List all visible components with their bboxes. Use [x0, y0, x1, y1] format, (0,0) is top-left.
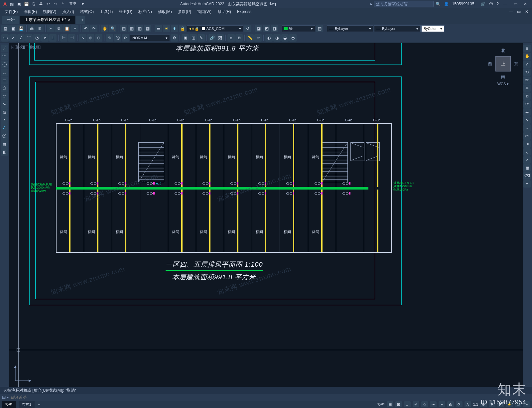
- block-insert-icon[interactable]: ▣: [182, 34, 189, 42]
- dim-ordinate-icon[interactable]: ⊥: [49, 34, 57, 42]
- layer-bulb-icon[interactable]: ☀: [163, 25, 170, 32]
- menu-draw[interactable]: 绘图(D): [116, 8, 135, 15]
- ortho-icon[interactable]: ∟: [404, 401, 411, 407]
- command-line[interactable]: ▤ ▸: [0, 394, 532, 401]
- explode-icon[interactable]: ✶: [523, 180, 531, 188]
- minimize-button[interactable]: —: [502, 1, 509, 7]
- cart-icon[interactable]: 🛒: [481, 2, 486, 6]
- table-icon[interactable]: ▦: [1, 140, 8, 148]
- tb-open-icon[interactable]: ▣: [9, 25, 17, 32]
- undo-icon[interactable]: ↶: [45, 1, 51, 7]
- pan2-icon[interactable]: ✋: [523, 53, 531, 60]
- otrack-icon[interactable]: ⇢: [430, 401, 437, 407]
- pline-icon[interactable]: 〰: [1, 53, 8, 60]
- group-icon[interactable]: ⧈: [227, 34, 235, 42]
- dim-baseline-icon[interactable]: ⊢: [60, 34, 67, 42]
- point-icon[interactable]: •: [1, 116, 8, 124]
- menu-insert[interactable]: 插入(I): [60, 8, 76, 15]
- lwt-icon[interactable]: ≡: [439, 401, 445, 407]
- layer-color-combo[interactable]: 绿 ▾: [282, 25, 315, 32]
- zoomext-icon[interactable]: ⤢: [523, 61, 531, 68]
- menu-dim[interactable]: 标注(N): [136, 8, 155, 15]
- menu-view[interactable]: 视图(V): [40, 8, 59, 15]
- viewcube[interactable]: 北 西 上 东 南 WCS ▾: [488, 48, 518, 84]
- rect-icon[interactable]: ▭: [1, 76, 8, 84]
- menu-modify[interactable]: 修改(M): [155, 8, 175, 15]
- copy2-icon[interactable]: ⧉: [523, 92, 531, 100]
- tb-print-icon[interactable]: 🖶: [28, 25, 36, 32]
- viewcube-top[interactable]: 上: [495, 56, 511, 71]
- layer-manager-icon[interactable]: ☰: [155, 25, 162, 32]
- mirror-icon[interactable]: ⇋: [523, 108, 531, 116]
- dim-arc-icon[interactable]: ⌒: [25, 34, 33, 42]
- view-icon[interactable]: ◒: [281, 34, 289, 42]
- showhide-icon[interactable]: 👁: [523, 76, 531, 84]
- tb-zoom-icon[interactable]: 🔍: [109, 25, 116, 32]
- circle-icon[interactable]: ◯: [1, 61, 8, 68]
- ellipse-icon[interactable]: ⬭: [1, 92, 8, 100]
- viewcube-north[interactable]: 北: [488, 48, 518, 54]
- centermark-icon[interactable]: ⊙: [95, 34, 102, 42]
- plot-icon[interactable]: 🖶: [38, 1, 44, 7]
- share-icon[interactable]: ⇪: [60, 1, 66, 7]
- hatch-icon[interactable]: ▨: [1, 108, 8, 116]
- share-label[interactable]: 共享: [67, 1, 78, 7]
- line-icon[interactable]: ／: [1, 45, 8, 52]
- save-icon[interactable]: 💾: [23, 1, 29, 7]
- mtext-icon[interactable]: Ⓐ: [1, 132, 8, 140]
- tb-copy-icon[interactable]: ⧉: [55, 25, 63, 32]
- measure-icon[interactable]: 📏: [246, 34, 254, 42]
- dim-continue-icon[interactable]: ⊣: [68, 34, 75, 42]
- text-icon[interactable]: A: [1, 124, 8, 132]
- user-icon[interactable]: 👤: [444, 2, 449, 6]
- dimedit-icon[interactable]: ✎: [106, 34, 113, 42]
- tab-add-layout[interactable]: ＋: [37, 402, 41, 407]
- scale-label[interactable]: 1:1: [473, 402, 478, 406]
- dim-aligned-icon[interactable]: ⤢: [9, 34, 17, 42]
- tab-close-icon[interactable]: ×: [68, 18, 70, 22]
- tb-match-icon[interactable]: ⌖: [71, 25, 78, 32]
- tb-ssm-icon[interactable]: ▩: [144, 25, 151, 32]
- area-icon[interactable]: ▱: [254, 34, 262, 42]
- region-icon[interactable]: ◧: [1, 148, 8, 156]
- scale-icon[interactable]: ⤡: [523, 116, 531, 124]
- image-icon[interactable]: 🖼: [216, 34, 224, 42]
- viewcube-south[interactable]: 南: [488, 74, 518, 80]
- menu-express[interactable]: Express: [234, 9, 254, 15]
- array-icon[interactable]: ▦: [523, 164, 531, 172]
- erase-icon[interactable]: ⌫: [523, 172, 531, 180]
- layer-combo[interactable]: ●❄🔒 ACS_COM ▾: [187, 25, 243, 32]
- dimupdate-icon[interactable]: ⟳: [122, 34, 129, 42]
- arc-icon[interactable]: ◡: [1, 68, 8, 76]
- help-search[interactable]: 健入关键字或短语: [374, 1, 434, 7]
- navwheel-icon[interactable]: ⊚: [523, 45, 531, 52]
- tb-preview-icon[interactable]: 🗎: [36, 25, 44, 32]
- dimstyle-icon[interactable]: ⚙: [171, 34, 178, 42]
- doc-restore-button[interactable]: ▭: [515, 9, 522, 14]
- fillet-icon[interactable]: ◟: [523, 148, 531, 156]
- tb-cut-icon[interactable]: ✂: [47, 25, 55, 32]
- viewcube-east[interactable]: 东: [514, 61, 518, 67]
- dim-angular-icon[interactable]: ∠: [17, 34, 25, 42]
- dim-radius-icon[interactable]: ◔: [33, 34, 41, 42]
- tab-new[interactable]: ＋: [76, 16, 85, 24]
- orbit-icon[interactable]: ⟲: [523, 68, 531, 76]
- lineweight-combo[interactable]: —ByLayer▾: [327, 25, 373, 32]
- dimtedit-icon[interactable]: Ⓐ: [114, 34, 121, 42]
- block-edit-icon[interactable]: ✎: [198, 34, 205, 42]
- menu-file[interactable]: 文件(F): [2, 8, 20, 15]
- tb-save-icon[interactable]: 💾: [17, 25, 25, 32]
- plotstyle-combo[interactable]: ByColor▾: [421, 25, 445, 32]
- menu-param[interactable]: 参数(P): [175, 8, 194, 15]
- menu-format[interactable]: 格式(O): [77, 8, 96, 15]
- menu-tools[interactable]: 工具(T): [97, 8, 115, 15]
- grid-icon[interactable]: ▦: [387, 401, 393, 407]
- render-icon[interactable]: ◐: [265, 34, 273, 42]
- polar-icon[interactable]: ✳: [413, 401, 419, 407]
- layer-lock-icon[interactable]: 🔒: [179, 25, 186, 32]
- rotate-icon[interactable]: ⟳: [523, 100, 531, 108]
- snap-icon[interactable]: ⊞: [395, 401, 402, 407]
- tb-dc-icon[interactable]: ▦: [128, 25, 135, 32]
- signin-icon[interactable]: 🔍: [436, 2, 441, 6]
- drawing-canvas[interactable]: [-][俯视][二维线框] 本层建筑面积991.8 平方米 M-2: [9, 43, 523, 387]
